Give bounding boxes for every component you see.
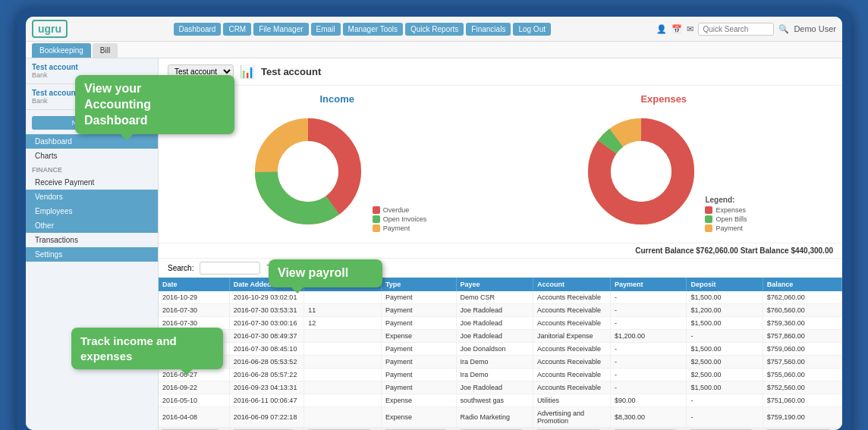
sidebar-section-finance: Finance [26,163,158,175]
sidebar-item-vendors[interactable]: Vendors [26,190,158,204]
main-content: View your Accounting Dashboard View payr… [26,58,842,430]
sidebar-item-settings[interactable]: Settings [26,247,158,262]
income-legend: Overdue Open Invoices Payment [373,206,427,234]
nav-manager-tools[interactable]: Manager Tools [343,23,403,36]
table-row: 2016-05-102016-06-11 00:06:47Expensesout… [159,394,842,407]
table-header-row: Date Date Added Reference Number Type Pa… [159,278,842,291]
expenses-chart-title: Expenses [558,93,770,105]
app-logo: ugru [32,20,68,38]
transaction-search-input[interactable] [200,262,260,275]
income-chart-container: Income [231,93,443,235]
income-chart-title: Income [231,93,443,105]
account-name-1[interactable]: Test account [32,63,152,71]
table-row: 2016-06-272016-06-28 05:57:22PaymentIra … [159,369,842,381]
excel-icon: 📊 [240,64,255,79]
sidebar-item-employees[interactable]: Employees [26,204,158,218]
col-account[interactable]: Account [533,278,611,291]
tab-bill[interactable]: Bill [93,43,118,58]
nav-email[interactable]: Email [311,23,341,36]
col-date[interactable]: Date [159,278,229,291]
col-type[interactable]: Type [381,278,456,291]
callout-payroll: View payroll [269,259,382,287]
nav-links: Dashboard CRM File Manager Email Manager… [174,23,551,36]
nav-logout[interactable]: Log Out [513,23,551,36]
table-row: 2016-07-302016-07-30 03:00:1612PaymentJo… [159,317,842,330]
calendar-icon: 📅 [671,24,682,34]
balance-info: Current Balance $762,060.00 Start Balanc… [159,243,842,258]
user-label: Demo User [794,24,836,33]
add-user-icon: 👤 [656,24,667,34]
tab-bookkeeping[interactable]: Bookkeeping [32,43,91,58]
quick-search-input[interactable] [698,23,774,36]
app-window: ugru Dashboard CRM File Manager Email Ma… [26,17,842,430]
outer-container: ugru Dashboard CRM File Manager Email Ma… [17,8,851,430]
callout-income: Track income and expenses [71,328,223,369]
expenses-legend-open-bills: Open Bills [705,215,747,223]
table-row: 2016-06-282016-06-28 05:53:52PaymentIra … [159,356,842,369]
col-payment[interactable]: Payment [611,278,687,291]
sidebar-item-dashboard[interactable]: Dashboard [26,134,158,149]
search-icon: 🔍 [778,24,789,34]
expenses-chart-container: Expenses Legend: Expense [558,93,770,235]
charts-section: Income [159,86,842,243]
expenses-legend-expenses: Expenses [705,206,747,214]
account-title: Test account [261,66,321,77]
legend-label: Legend: [705,196,747,204]
table-row: 2016-07-302016-07-30 08:45:10PaymentJoe … [159,343,842,356]
sidebar-item-charts[interactable]: Charts [26,149,158,163]
table-row: 2016-04-082016-06-09 07:22:18ExpenseRadi… [159,407,842,428]
nav-right: 👤 📅 ✉ 🔍 Demo User [656,23,836,36]
table-row: 2016-07-302016-07-30 08:49:37ExpenseJoe … [159,330,842,343]
search-bar: Search: Test ac... [159,258,842,278]
income-legend-overdue: Overdue [373,206,427,214]
nav-dashboard[interactable]: Dashboard [174,23,222,36]
nav-file-manager[interactable]: File Manager [253,23,308,36]
content-area: Test account 📊 Test account Income [159,58,842,430]
nav-financials[interactable]: Financials [466,23,511,36]
sidebar-item-receive-payment[interactable]: Receive Payment [26,175,158,190]
table-row: 2016-07-302016-07-30 03:53:3111PaymentJo… [159,304,842,317]
income-legend-payment: Payment [373,224,427,232]
income-donut-chart [247,111,369,232]
col-payee[interactable]: Payee [456,278,533,291]
nav-quick-reports[interactable]: Quick Reports [405,23,464,36]
content-header: Test account 📊 Test account [159,58,842,86]
table-footer-search-row [159,428,842,431]
callout-accounting: View your Accounting Dashboard [75,75,234,134]
expenses-legend-payment: Payment [705,224,747,232]
col-deposit[interactable]: Deposit [687,278,763,291]
expenses-donut-chart [580,111,702,232]
expenses-legend: Legend: Expenses Open Bills [705,196,747,234]
svg-point-3 [278,141,338,202]
table-row: 2016-10-292016-10-29 03:02:01PaymentDemo… [159,291,842,304]
col-balance[interactable]: Balance [763,278,841,291]
income-legend-open-invoices: Open Invoices [373,215,427,223]
nav-crm[interactable]: CRM [223,23,251,36]
sidebar-nav: Dashboard Charts [26,134,158,163]
mail-icon: ✉ [687,24,693,34]
search-label: Search: [168,264,193,272]
top-nav: ugru Dashboard CRM File Manager Email Ma… [26,17,842,42]
sidebar-item-other[interactable]: Other [26,218,158,233]
sidebar-item-transactions[interactable]: Transactions [26,233,158,247]
transactions-table: Date Date Added Reference Number Type Pa… [159,278,842,430]
svg-point-7 [611,141,671,202]
table-row: 2016-09-222016-09-23 04:13:31PaymentJoe … [159,381,842,394]
tabs-bar: Bookkeeping Bill [26,42,842,58]
